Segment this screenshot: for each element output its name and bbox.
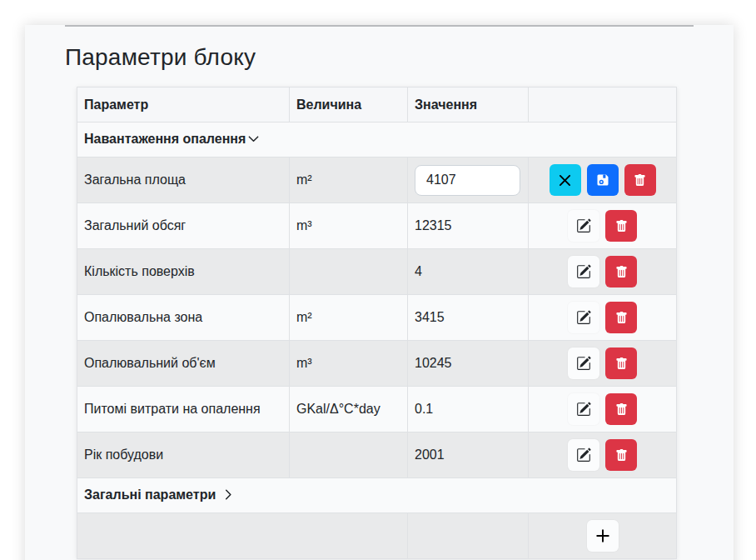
trash-icon — [615, 449, 628, 462]
delete-button[interactable] — [605, 302, 637, 333]
parameter-cell-text: Загальний обсяг — [84, 216, 186, 235]
value-cell: 2001 — [408, 432, 529, 478]
chevron-right-icon — [222, 488, 235, 504]
edit-button[interactable] — [568, 348, 599, 379]
value-cell-text: 4 — [415, 264, 422, 278]
section-row-general-parameters[interactable]: Загальні параметри — [77, 478, 677, 513]
parameter-cell-text: Загальна площа — [84, 170, 186, 189]
add-parameter-button[interactable] — [587, 520, 619, 552]
chevron-down-icon — [247, 132, 260, 148]
value-cell — [408, 158, 529, 203]
unit-cell-text: m² — [296, 310, 312, 324]
footer-empty-cell — [77, 513, 408, 559]
parameter-cell: Кількість поверхів — [77, 249, 290, 295]
x-icon — [559, 174, 571, 187]
section-label: Загальні параметри — [84, 488, 216, 502]
footer-empty-cell — [408, 513, 529, 559]
parameter-cell: Опалювальна зона — [77, 295, 290, 341]
unit-cell: m³ — [290, 341, 408, 387]
parameter-cell: Загальний обсяг — [77, 203, 290, 249]
add-parameter-row — [77, 513, 677, 559]
table-header-row: Параметр Величина Значення — [77, 88, 677, 122]
parameter-cell: Загальна площа — [77, 158, 290, 203]
section-label-cell: Загальні параметри — [77, 478, 677, 513]
top-divider — [65, 25, 694, 27]
delete-button[interactable] — [605, 348, 637, 379]
actions-cell — [529, 158, 677, 203]
table-row: Рік побудови2001 — [77, 432, 677, 478]
edit-button[interactable] — [568, 256, 599, 288]
section-row-heating-load[interactable]: Навантаження опалення — [77, 122, 677, 158]
pencil-square-icon — [576, 356, 591, 371]
parameter-cell-text: Опалювальна зона — [84, 308, 202, 327]
unit-cell: m² — [290, 158, 408, 203]
plus-icon — [595, 528, 610, 543]
value-cell-text: 3415 — [415, 310, 445, 324]
edit-button[interactable] — [568, 439, 599, 471]
column-header-unit: Величина — [290, 88, 408, 122]
cancel-edit-button[interactable] — [550, 164, 581, 196]
value-cell: 3415 — [408, 295, 529, 341]
column-header-actions — [529, 88, 677, 122]
value-cell: 0.1 — [408, 387, 529, 432]
delete-button[interactable] — [605, 393, 637, 425]
trash-icon — [615, 312, 628, 324]
trash-icon — [615, 220, 628, 232]
unit-cell-text: m³ — [296, 218, 312, 232]
actions-cell — [529, 295, 677, 341]
unit-cell — [290, 249, 408, 295]
actions-cell — [529, 341, 677, 387]
parameter-cell: Опалювальний об'єм — [77, 341, 290, 387]
table-row: Кількість поверхів4 — [77, 249, 677, 295]
pencil-square-icon — [576, 310, 591, 325]
column-header-value: Значення — [408, 88, 529, 122]
value-cell-text: 0.1 — [415, 402, 433, 416]
trash-icon — [615, 403, 628, 416]
value-cell: 10245 — [408, 341, 529, 387]
table-row: Опалювальний об'ємm³10245 — [77, 341, 677, 387]
table-row: Питомі витрати на опаленняGKal/Δ°C*day0.… — [77, 387, 677, 432]
actions-cell — [529, 387, 677, 432]
delete-button[interactable] — [605, 256, 637, 288]
table-row-editing: Загальна площаm² — [77, 158, 677, 203]
delete-button[interactable] — [605, 439, 637, 471]
actions-cell — [529, 513, 677, 559]
floppy-icon — [596, 173, 609, 187]
section-label: Навантаження опалення — [84, 132, 246, 146]
save-button[interactable] — [587, 164, 619, 196]
section-label-cell: Навантаження опалення — [77, 122, 677, 158]
unit-cell — [290, 432, 408, 478]
trash-icon — [634, 174, 646, 187]
delete-button[interactable] — [624, 164, 656, 196]
actions-cell — [529, 203, 677, 249]
parameters-table: Параметр Величина Значення Навантаження … — [77, 87, 677, 559]
trash-icon — [615, 266, 628, 278]
pencil-square-icon — [576, 218, 591, 233]
actions-cell — [529, 432, 677, 478]
table-row: Опалювальна зонаm²3415 — [77, 295, 677, 341]
parameter-cell: Питомі витрати на опалення — [77, 387, 290, 432]
value-cell-text: 12315 — [415, 218, 452, 232]
column-header-parameter: Параметр — [77, 88, 290, 122]
value-cell: 12315 — [408, 203, 529, 249]
parameter-cell-text: Питомі витрати на опалення — [84, 399, 261, 418]
pencil-square-icon — [576, 264, 591, 279]
edit-button[interactable] — [568, 210, 599, 242]
parameter-value-input[interactable] — [415, 165, 520, 196]
parameter-cell: Рік побудови — [77, 432, 290, 478]
unit-cell-text: m² — [296, 172, 312, 187]
unit-cell: m² — [290, 295, 408, 341]
edit-button[interactable] — [568, 302, 599, 333]
page-title: Параметри блоку — [65, 44, 694, 71]
value-cell: 4 — [408, 249, 529, 295]
value-cell-text: 10245 — [415, 356, 452, 370]
delete-button[interactable] — [605, 210, 637, 242]
unit-cell: m³ — [290, 203, 408, 249]
edit-button[interactable] — [568, 393, 599, 425]
actions-cell — [529, 249, 677, 295]
unit-cell: GKal/Δ°C*day — [290, 387, 408, 432]
parameter-cell-text: Кількість поверхів — [84, 262, 195, 281]
pencil-square-icon — [576, 402, 591, 417]
parameter-cell-text: Рік побудови — [84, 445, 163, 464]
pencil-square-icon — [576, 448, 591, 462]
